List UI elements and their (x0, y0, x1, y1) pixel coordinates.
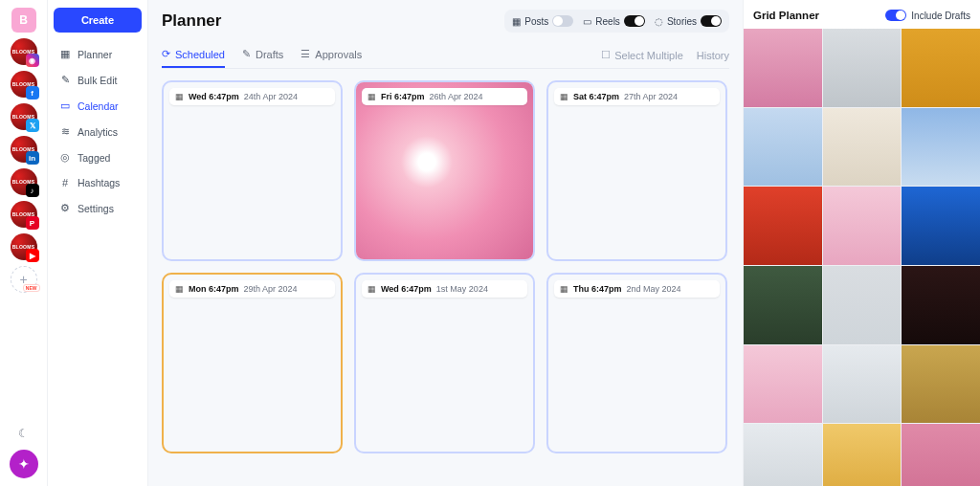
preview-cell-11[interactable] (902, 266, 980, 344)
page-title: Planner (162, 11, 221, 31)
post-day-time: Thu 6:47pm (573, 284, 622, 294)
preview-cell-2[interactable] (902, 29, 980, 107)
post-card-0[interactable]: ▦Wed 6:47pm24th Apr 2024 (162, 80, 343, 261)
filter-stories-toggle[interactable] (701, 15, 722, 27)
nav-hashtags[interactable]: #Hashtags (54, 171, 142, 194)
preview-cell-3[interactable] (744, 108, 822, 187)
account-avatar-2[interactable]: BLOOMS𝕏 (11, 103, 37, 130)
grid-icon: ▦ (368, 92, 376, 101)
preview-cell-10[interactable] (823, 266, 902, 344)
network-icon: ◉ (26, 54, 39, 67)
filter-label: Stories (667, 16, 697, 27)
nav-analytics[interactable]: ≋Analytics (54, 120, 142, 144)
grid-icon: ▦ (368, 284, 376, 294)
preview-grid (744, 29, 980, 486)
preview-cell-15[interactable] (744, 424, 822, 486)
scheduled-grid: ▦Wed 6:47pm24th Apr 2024▦Fri 6:47pm26th … (162, 80, 729, 453)
account-avatar-5[interactable]: BLOOMSP (11, 201, 37, 228)
post-day-time: Fri 6:47pm (381, 92, 425, 101)
post-day-time: Wed 6:47pm (381, 284, 432, 294)
nav-calendar[interactable]: ▭Calendar (54, 94, 142, 118)
network-icon: ♪ (26, 184, 39, 197)
preview-cell-9[interactable] (744, 266, 822, 344)
grid-icon: ▦ (175, 284, 184, 294)
preview-cell-17[interactable] (902, 424, 980, 486)
post-schedule-bar: ▦Sat 6:47pm27th Apr 2024 (554, 88, 720, 105)
preview-cell-8[interactable] (902, 187, 980, 265)
nav-settings[interactable]: ⚙Settings (54, 196, 142, 220)
include-drafts-switch[interactable] (885, 10, 906, 21)
preview-cell-12[interactable] (744, 345, 822, 424)
post-schedule-bar: ▦Wed 6:47pm1st May 2024 (362, 280, 527, 298)
tab-label: Drafts (256, 49, 283, 60)
grid-planner-panel: Grid Planner Include Drafts (743, 0, 980, 486)
post-card-2[interactable]: ▦Sat 6:47pm27th Apr 2024 (546, 80, 727, 261)
network-icon: ▶ (26, 249, 39, 262)
nav-label: Analytics (78, 126, 118, 138)
filter-label: Posts (524, 16, 548, 27)
preview-cell-13[interactable] (823, 345, 902, 424)
preview-cell-0[interactable] (744, 29, 822, 107)
grid-planner-title: Grid Planner (753, 10, 819, 21)
content-type-filters: ▦Posts▭Reels◌Stories (504, 10, 729, 33)
filter-reels[interactable]: ▭Reels (581, 12, 647, 30)
select-icon: ☐ (601, 49, 611, 61)
post-card-4[interactable]: ▦Wed 6:47pm1st May 2024 (354, 273, 535, 453)
grid-icon: ▦ (560, 92, 568, 101)
filter-posts[interactable]: ▦Posts (510, 12, 575, 30)
account-avatar-1[interactable]: BLOOMSf (11, 71, 37, 98)
ai-spark-button[interactable]: ✦ (10, 450, 38, 478)
filter-label: Reels (595, 16, 620, 27)
nav-tagged[interactable]: ◎Tagged (54, 145, 142, 169)
filter-stories[interactable]: ◌Stories (653, 12, 724, 30)
side-nav: Create ▦Planner✎Bulk Edit▭Calendar≋Analy… (48, 0, 148, 486)
preview-cell-5[interactable] (902, 108, 980, 187)
post-card-3[interactable]: ▦Mon 6:47pm29th Apr 2024 (162, 273, 343, 453)
preview-cell-4[interactable] (823, 108, 902, 187)
preview-cell-7[interactable] (823, 187, 902, 265)
filter-reels-toggle[interactable] (624, 15, 645, 27)
grid-icon: ▦ (560, 284, 568, 294)
nav-label: Planner (78, 49, 112, 60)
network-icon: in (26, 151, 39, 165)
account-avatar-3[interactable]: BLOOMSin (11, 136, 37, 163)
post-schedule-bar: ▦Wed 6:47pm24th Apr 2024 (169, 88, 335, 105)
account-avatar-4[interactable]: BLOOMS♪ (11, 168, 37, 195)
nav-planner[interactable]: ▦Planner (54, 42, 142, 66)
tab-approvals[interactable]: ☰Approvals (301, 42, 362, 68)
post-card-1[interactable]: ▦Fri 6:47pm26th Apr 2024 (354, 80, 535, 261)
tab-drafts[interactable]: ✎Drafts (242, 42, 283, 68)
select-multiple-link[interactable]: ☐ Select Multiple (601, 49, 683, 61)
tab-approvals-icon: ☰ (301, 48, 310, 60)
history-link[interactable]: History (697, 50, 729, 61)
account-avatar-6[interactable]: BLOOMS▶ (11, 233, 37, 260)
tab-scheduled[interactable]: ⟳Scheduled (162, 42, 225, 68)
network-icon: P (26, 216, 39, 230)
include-drafts-label: Include Drafts (911, 11, 970, 21)
tab-label: Approvals (315, 49, 362, 60)
filter-reels-icon: ▭ (583, 16, 591, 27)
include-drafts-toggle[interactable]: Include Drafts (885, 10, 970, 21)
preview-cell-1[interactable] (823, 29, 902, 107)
post-date: 2nd May 2024 (627, 284, 681, 294)
nav-analytics-icon: ≋ (59, 125, 71, 138)
add-account-button[interactable]: + NEW (11, 266, 37, 293)
filter-posts-toggle[interactable] (552, 15, 573, 27)
preview-cell-14[interactable] (902, 345, 980, 424)
select-multiple-label: Select Multiple (614, 50, 683, 61)
grid-icon: ▦ (175, 92, 184, 101)
nav-bulk-edit[interactable]: ✎Bulk Edit (54, 68, 142, 92)
nav-hashtags-icon: # (59, 177, 71, 188)
account-avatar-0[interactable]: BLOOMS◉ (11, 38, 37, 65)
post-card-5[interactable]: ▦Thu 6:47pm2nd May 2024 (546, 273, 727, 453)
create-button[interactable]: Create (54, 8, 142, 33)
account-rail: B BLOOMS◉BLOOMSfBLOOMS𝕏BLOOMSinBLOOMS♪BL… (0, 0, 48, 486)
theme-toggle[interactable]: ☾ (13, 423, 34, 444)
preview-cell-6[interactable] (744, 187, 822, 265)
preview-cell-16[interactable] (823, 424, 902, 486)
nav-tagged-icon: ◎ (59, 151, 71, 164)
nav-settings-icon: ⚙ (59, 202, 71, 214)
brand-badge[interactable]: B (11, 8, 36, 33)
nav-label: Settings (78, 203, 114, 214)
network-icon: 𝕏 (26, 119, 39, 132)
